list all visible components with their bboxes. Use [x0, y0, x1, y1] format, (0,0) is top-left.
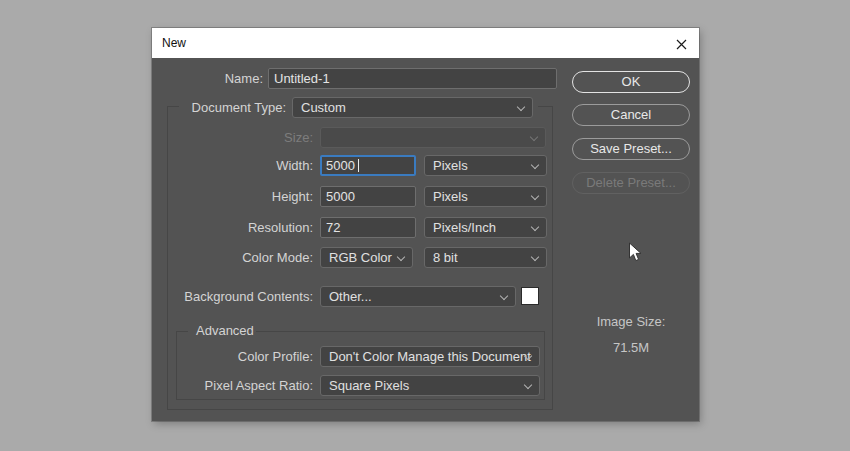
ok-button[interactable]: OK	[572, 71, 690, 93]
height-input[interactable]	[320, 186, 416, 207]
chevron-down-icon	[530, 133, 538, 141]
bit-depth-select[interactable]: 8 bit	[424, 247, 547, 268]
height-label: Height:	[152, 186, 313, 207]
save-preset-button[interactable]: Save Preset...	[572, 138, 690, 160]
bit-depth-value: 8 bit	[433, 250, 458, 265]
resolution-unit-value: Pixels/Inch	[433, 220, 496, 235]
document-type-select[interactable]: Custom	[292, 97, 533, 118]
background-contents-value: Other...	[329, 289, 372, 304]
document-type-label: Document Type:	[152, 97, 286, 118]
chevron-down-icon	[531, 161, 539, 169]
dialog-titlebar[interactable]: New	[152, 28, 699, 58]
height-unit-select[interactable]: Pixels	[424, 186, 547, 207]
background-contents-label: Background Contents:	[152, 286, 313, 307]
mouse-cursor	[628, 242, 642, 263]
size-select	[320, 127, 546, 148]
chevron-down-icon	[531, 253, 539, 261]
chevron-down-icon	[500, 292, 508, 300]
dialog-title: New	[162, 36, 186, 50]
chevron-down-icon	[517, 103, 525, 111]
height-unit-value: Pixels	[433, 189, 468, 204]
name-label: Name:	[152, 68, 263, 89]
width-input[interactable]	[320, 155, 416, 176]
image-size-label: Image Size:	[572, 314, 690, 329]
delete-preset-button: Delete Preset...	[572, 172, 690, 194]
resolution-label: Resolution:	[152, 217, 313, 238]
width-label: Width:	[152, 155, 313, 176]
color-mode-label: Color Mode:	[152, 247, 313, 268]
color-mode-value: RGB Color	[329, 250, 392, 265]
resolution-unit-select[interactable]: Pixels/Inch	[424, 217, 547, 238]
dialog-body: Advanced Name: Document Type: Custom Siz…	[152, 58, 699, 421]
background-color-swatch[interactable]	[521, 287, 539, 305]
resolution-input[interactable]	[320, 217, 416, 238]
image-size-value: 71.5M	[572, 340, 690, 355]
chevron-down-icon	[524, 381, 532, 389]
cancel-button[interactable]: Cancel	[572, 104, 690, 126]
chevron-down-icon	[531, 223, 539, 231]
close-icon[interactable]	[673, 36, 689, 52]
color-profile-value: Don't Color Manage this Document	[329, 349, 531, 364]
pixel-aspect-ratio-value: Square Pixels	[329, 378, 409, 393]
document-type-value: Custom	[301, 100, 346, 115]
advanced-group-label: Advanced	[196, 324, 254, 338]
new-document-dialog: New Advanced Name: Document Type: Custom	[152, 28, 699, 421]
desktop-background: New Advanced Name: Document Type: Custom	[0, 0, 850, 451]
pixel-aspect-ratio-label: Pixel Aspect Ratio:	[152, 375, 313, 396]
name-input[interactable]	[268, 68, 557, 89]
color-profile-label: Color Profile:	[152, 346, 313, 367]
background-contents-select[interactable]: Other...	[320, 286, 516, 307]
width-unit-select[interactable]: Pixels	[424, 155, 547, 176]
text-caret	[358, 159, 359, 172]
size-label: Size:	[152, 127, 313, 148]
chevron-down-icon	[531, 192, 539, 200]
pixel-aspect-ratio-select[interactable]: Square Pixels	[320, 375, 540, 396]
width-unit-value: Pixels	[433, 158, 468, 173]
chevron-down-icon	[397, 253, 405, 261]
color-profile-select[interactable]: Don't Color Manage this Document	[320, 346, 540, 367]
color-mode-select[interactable]: RGB Color	[320, 247, 413, 268]
